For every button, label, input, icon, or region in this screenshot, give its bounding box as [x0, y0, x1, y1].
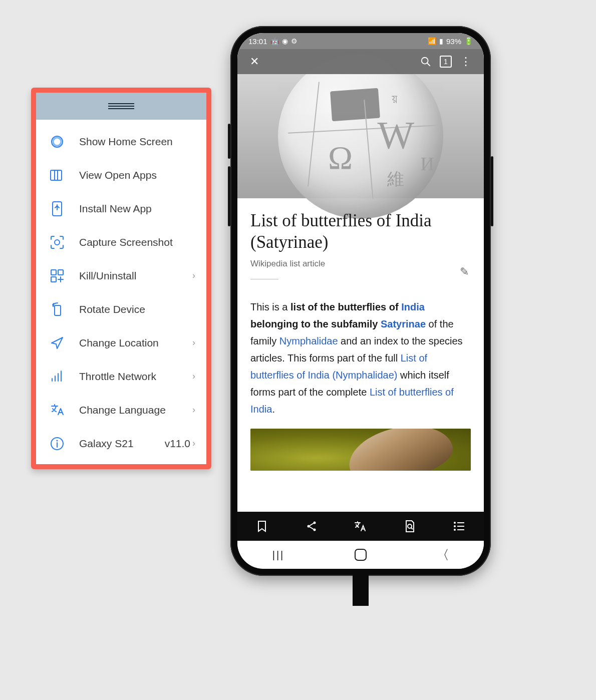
- translate-icon[interactable]: [349, 514, 373, 538]
- menu-kill-uninstall[interactable]: Kill/Uninstall ›: [36, 259, 206, 292]
- bookmark-icon[interactable]: [250, 514, 274, 538]
- location-icon: [47, 333, 67, 353]
- article-body: This is a list of the butterflies of Ind…: [250, 298, 471, 418]
- wikipedia-bottom-bar: [237, 512, 484, 541]
- search-icon[interactable]: [417, 53, 435, 71]
- contents-icon[interactable]: [447, 514, 471, 538]
- usb-cable: [353, 571, 369, 606]
- chevron-right-icon: ›: [190, 405, 197, 415]
- link-satyrinae[interactable]: Satyrinae: [381, 318, 426, 329]
- article-subtitle: Wikipedia list article: [250, 259, 471, 269]
- body-text: list of the butterflies of: [290, 301, 401, 312]
- link-india[interactable]: India: [401, 301, 425, 312]
- power-button[interactable]: [491, 156, 493, 226]
- article-thumbnail[interactable]: [250, 429, 471, 471]
- tab-counter[interactable]: 1: [440, 56, 452, 68]
- capture-icon: [47, 232, 67, 252]
- menu-capture-screenshot[interactable]: Capture Screenshot: [36, 225, 206, 259]
- device-version-label: v11.0: [165, 438, 190, 450]
- browser-toolbar: ✕ 1 ⋮: [237, 49, 484, 74]
- menu-item-label: Change Location: [79, 337, 190, 349]
- menu-item-label: Install New App: [79, 203, 197, 215]
- menu-item-label: Capture Screenshot: [79, 236, 197, 248]
- menu-install-new-app[interactable]: Install New App: [36, 192, 206, 225]
- swirl-icon: ◉: [282, 37, 288, 45]
- svg-point-17: [454, 522, 456, 524]
- network-bars-icon: [47, 367, 67, 387]
- translate-icon: [47, 400, 67, 420]
- back-button[interactable]: 〈: [423, 546, 463, 564]
- close-icon[interactable]: ✕: [245, 53, 263, 71]
- device-frame: 13:01 🤖 ◉ ⚙ 📶 ▮ 93% 🔋 ✕ 1 ⋮: [230, 26, 491, 576]
- body-text: belonging to the subfamily: [250, 318, 381, 329]
- volume-up-button[interactable]: [228, 124, 230, 159]
- menu-show-home-screen[interactable]: Show Home Screen: [36, 125, 206, 158]
- share-icon[interactable]: [300, 514, 324, 538]
- menu-change-location[interactable]: Change Location ›: [36, 326, 206, 360]
- link-nymphalidae[interactable]: Nymphalidae: [279, 335, 338, 346]
- android-status-bar: 13:01 🤖 ◉ ⚙ 📶 ▮ 93% 🔋: [237, 33, 484, 49]
- svg-point-5: [55, 240, 60, 245]
- status-battery: 93%: [446, 37, 461, 46]
- article-title: List of butterflies of India (Satyrinae): [250, 210, 471, 253]
- find-in-page-icon[interactable]: [398, 514, 422, 538]
- chevron-right-icon: ›: [190, 337, 197, 348]
- menu-rotate-device[interactable]: Rotate Device: [36, 292, 206, 326]
- menu-item-label: View Open Apps: [79, 169, 197, 181]
- svg-point-19: [454, 529, 456, 531]
- info-icon: [47, 434, 67, 454]
- svg-point-16: [408, 524, 412, 528]
- wifi-icon: 📶: [428, 37, 436, 45]
- chevron-right-icon: ›: [190, 270, 197, 281]
- android-nav-bar: ||| 〈: [237, 541, 484, 569]
- device-name-label: Galaxy S21: [79, 438, 163, 450]
- volume-down-button[interactable]: [228, 166, 230, 226]
- svg-rect-8: [51, 277, 56, 282]
- menu-item-label: Change Language: [79, 404, 190, 416]
- gear-icon: ⚙: [291, 37, 297, 45]
- chevron-right-icon: ›: [190, 371, 197, 382]
- menu-device-info[interactable]: Galaxy S21 v11.0 ›: [36, 427, 206, 460]
- svg-rect-7: [58, 270, 63, 275]
- battery-charging-icon: 🔋: [464, 37, 473, 45]
- device-screen: 13:01 🤖 ◉ ⚙ 📶 ▮ 93% 🔋 ✕ 1 ⋮: [237, 33, 484, 569]
- svg-rect-9: [55, 305, 61, 315]
- overflow-menu-icon[interactable]: ⋮: [457, 53, 475, 71]
- svg-point-1: [53, 138, 61, 146]
- apps-grid-icon: [47, 266, 67, 286]
- install-app-icon: [47, 199, 67, 219]
- signal-icon: ▮: [439, 37, 443, 45]
- menu-item-label: Rotate Device: [79, 303, 197, 315]
- menu-item-label: Kill/Uninstall: [79, 270, 190, 282]
- device-control-panel: Show Home Screen View Open Apps Install …: [31, 88, 211, 469]
- svg-point-18: [454, 525, 456, 527]
- recents-button[interactable]: |||: [258, 546, 299, 564]
- menu-throttle-network[interactable]: Throttle Network ›: [36, 360, 206, 393]
- body-text: This is a: [250, 301, 290, 312]
- svg-point-11: [56, 440, 58, 441]
- recent-apps-icon: [47, 165, 67, 185]
- status-time: 13:01: [248, 37, 267, 46]
- menu-change-language[interactable]: Change Language ›: [36, 393, 206, 427]
- circle-home-icon: [47, 132, 67, 152]
- panel-drag-handle[interactable]: [36, 93, 206, 120]
- wikipedia-globe-icon: W Ω 維 И য়: [278, 54, 443, 219]
- menu-item-label: Throttle Network: [79, 371, 190, 383]
- panel-menu-list: Show Home Screen View Open Apps Install …: [36, 120, 206, 464]
- android-icon: 🤖: [270, 37, 279, 45]
- home-button[interactable]: [341, 546, 381, 564]
- rotate-icon: [47, 299, 67, 319]
- edit-icon[interactable]: ✎: [460, 265, 469, 278]
- body-text: .: [272, 404, 275, 415]
- menu-view-open-apps[interactable]: View Open Apps: [36, 158, 206, 192]
- menu-item-label: Show Home Screen: [79, 136, 197, 148]
- divider: [250, 279, 278, 279]
- svg-rect-6: [51, 270, 56, 275]
- chevron-right-icon: ›: [190, 438, 197, 449]
- article-content: List of butterflies of India (Satyrinae)…: [237, 198, 484, 512]
